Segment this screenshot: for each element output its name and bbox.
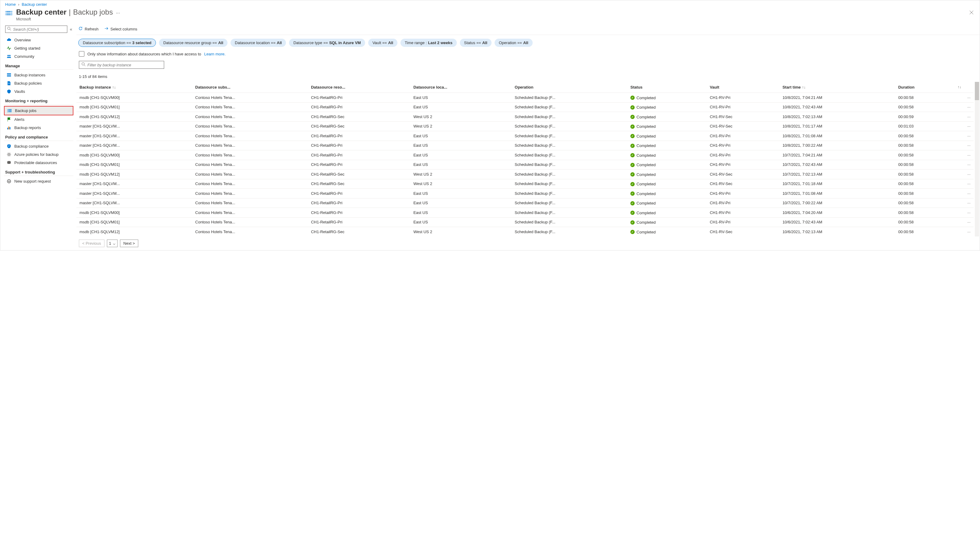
sidebar-item-getting-started[interactable]: Getting started	[4, 44, 73, 52]
filter-instance[interactable]	[79, 61, 164, 69]
col-loc[interactable]: Datasource loca...	[410, 82, 512, 93]
cell-instance: msdb [CH1-SQLVM12]	[76, 112, 192, 122]
cell-duration: 00:00:58	[895, 160, 964, 170]
support-icon	[6, 179, 11, 184]
sidebar-item-alerts[interactable]: Alerts	[4, 115, 73, 124]
cell-status: Completed	[627, 141, 707, 150]
row-menu-button[interactable]: ···	[964, 102, 974, 112]
cell-start: 10/8/2021, 7:04:21 AM	[779, 93, 895, 103]
cell-start: 10/8/2021, 7:02:13 AM	[779, 112, 895, 122]
close-button[interactable]	[968, 9, 975, 17]
sidebar-item-vaults[interactable]: Vaults	[4, 87, 73, 95]
sidebar-item-backup-instances[interactable]: Backup instances	[4, 71, 73, 79]
row-menu-button[interactable]: ···	[964, 208, 974, 218]
cell-op: Scheduled Backup (F...	[512, 218, 627, 227]
breadcrumb-home[interactable]: Home	[5, 2, 16, 7]
filter-pill[interactable]: Vault == All	[368, 39, 398, 47]
col-op[interactable]: Operation	[512, 82, 627, 93]
table-row[interactable]: msdb [CH1-SQLVM01]Contoso Hotels Tena...…	[76, 218, 974, 227]
more-icon[interactable]: ···	[116, 10, 120, 16]
sidebar-item-backup-reports[interactable]: Backup reports	[4, 124, 73, 132]
filter-pills: Datasource subscription == 3 selectedDat…	[76, 35, 980, 49]
scrollbar-track[interactable]	[975, 82, 979, 237]
arrow-right-icon	[104, 26, 109, 32]
table-row[interactable]: master [CH1-SQLVM...Contoso Hotels Tena.…	[76, 131, 974, 141]
table-row[interactable]: master [CH1-SQLVM...Contoso Hotels Tena.…	[76, 189, 974, 198]
filter-instance-input[interactable]	[88, 63, 161, 67]
row-menu-button[interactable]: ···	[964, 198, 974, 208]
col-vault[interactable]: Vault	[707, 82, 780, 93]
col-duration[interactable]: Duration↑↓	[895, 82, 964, 93]
pager-prev[interactable]: < Previous	[79, 240, 105, 247]
filter-pill[interactable]: Status == All	[460, 39, 492, 47]
learn-more-link[interactable]: Learn more.	[204, 52, 226, 56]
filter-pill[interactable]: Datasource resource group == All	[159, 39, 228, 47]
table-row[interactable]: msdb [CH1-SQLVM12]Contoso Hotels Tena...…	[76, 112, 974, 122]
table-row[interactable]: master [CH1-SQLVM...Contoso Hotels Tena.…	[76, 121, 974, 131]
pager-page-select[interactable]: 1 ⌵	[107, 240, 118, 247]
collapse-sidebar-button[interactable]: «	[70, 27, 72, 32]
cell-start: 10/7/2021, 7:00:22 AM	[779, 198, 895, 208]
sidebar-item-backup-compliance[interactable]: Backup compliance	[4, 142, 73, 150]
row-menu-button[interactable]: ···	[964, 227, 974, 237]
row-menu-button[interactable]: ···	[964, 179, 974, 189]
table-row[interactable]: master [CH1-SQLVM...Contoso Hotels Tena.…	[76, 179, 974, 189]
row-menu-button[interactable]: ···	[964, 141, 974, 150]
col-instance[interactable]: Backup instance↑↓	[76, 82, 192, 93]
col-status[interactable]: Status	[627, 82, 707, 93]
sidebar-item-backup-jobs[interactable]: Backup jobs	[4, 106, 73, 115]
row-menu-button[interactable]: ···	[964, 218, 974, 227]
sidebar-item-protectable-datasources[interactable]: Protectable datasources	[4, 159, 73, 167]
sidebar-search[interactable]	[5, 25, 67, 33]
cell-vault: CH1-RV-Sec	[707, 112, 780, 122]
row-menu-button[interactable]: ···	[964, 170, 974, 179]
table-row[interactable]: msdb [CH1-SQLVM12]Contoso Hotels Tena...…	[76, 227, 974, 237]
sidebar-item-label: Backup policies	[14, 81, 42, 86]
table-row[interactable]: msdb [CH1-SQLVM01]Contoso Hotels Tena...…	[76, 102, 974, 112]
row-menu-button[interactable]: ···	[964, 131, 974, 141]
sidebar-item-community[interactable]: Community	[4, 52, 73, 60]
cell-start: 10/8/2021, 7:01:17 AM	[779, 121, 895, 131]
success-icon	[630, 230, 635, 234]
row-menu-button[interactable]: ···	[964, 112, 974, 122]
row-menu-button[interactable]: ···	[964, 160, 974, 170]
row-menu-button[interactable]: ···	[964, 150, 974, 160]
filter-pill[interactable]: Time range : Last 2 weeks	[401, 39, 457, 47]
scrollbar-thumb[interactable]	[975, 82, 979, 100]
select-columns-button[interactable]: Select columns	[104, 26, 137, 32]
table-row[interactable]: msdb [CH1-SQLVM00]Contoso Hotels Tena...…	[76, 208, 974, 218]
sidebar-item-overview[interactable]: Overview	[4, 36, 73, 44]
cell-instance: msdb [CH1-SQLVM01]	[76, 160, 192, 170]
pill-value: Last 2 weeks	[428, 40, 453, 45]
col-subs[interactable]: Datasource subs...	[192, 82, 308, 93]
table-row[interactable]: msdb [CH1-SQLVM00]Contoso Hotels Tena...…	[76, 93, 974, 103]
col-start[interactable]: Start time↑↓	[779, 82, 895, 93]
row-menu-button[interactable]: ···	[964, 93, 974, 103]
filter-pill[interactable]: Datasource location == All	[231, 39, 286, 47]
cell-vault: CH1-RV-Pri	[707, 131, 780, 141]
refresh-button[interactable]: Refresh	[78, 26, 99, 32]
filter-pill[interactable]: Operation == All	[495, 39, 533, 47]
table-row[interactable]: msdb [CH1-SQLVM00]Contoso Hotels Tena...…	[76, 150, 974, 160]
cell-duration: 00:00:59	[895, 112, 964, 122]
table-row[interactable]: msdb [CH1-SQLVM12]Contoso Hotels Tena...…	[76, 170, 974, 179]
table-row[interactable]: master [CH1-SQLVM...Contoso Hotels Tena.…	[76, 198, 974, 208]
table-row[interactable]: msdb [CH1-SQLVM01]Contoso Hotels Tena...…	[76, 160, 974, 170]
col-rg[interactable]: Datasource reso...	[308, 82, 410, 93]
sidebar-item-new-support-request[interactable]: New support request	[4, 177, 73, 185]
row-menu-button[interactable]: ···	[964, 189, 974, 198]
sidebar-item-backup-policies[interactable]: Backup policies	[4, 79, 73, 87]
filter-pill[interactable]: Datasource subscription == 3 selected	[78, 39, 156, 47]
row-menu-button[interactable]: ···	[964, 121, 974, 131]
breadcrumb-current[interactable]: Backup center	[22, 2, 47, 7]
cell-vault: CH1-RV-Pri	[707, 160, 780, 170]
filter-icon	[82, 62, 86, 67]
table-row[interactable]: master [CH1-SQLVM...Contoso Hotels Tena.…	[76, 141, 974, 150]
pager-next[interactable]: Next >	[120, 240, 138, 247]
sidebar-search-input[interactable]	[13, 27, 65, 32]
access-checkbox[interactable]	[79, 51, 84, 57]
sort-icon: ↑↓	[958, 85, 961, 89]
filter-pill[interactable]: Datasource type == SQL in Azure VM	[289, 39, 365, 47]
sidebar-item-azure-policies-for-backup[interactable]: Azure policies for backup	[4, 150, 73, 159]
svg-line-18	[84, 65, 85, 66]
